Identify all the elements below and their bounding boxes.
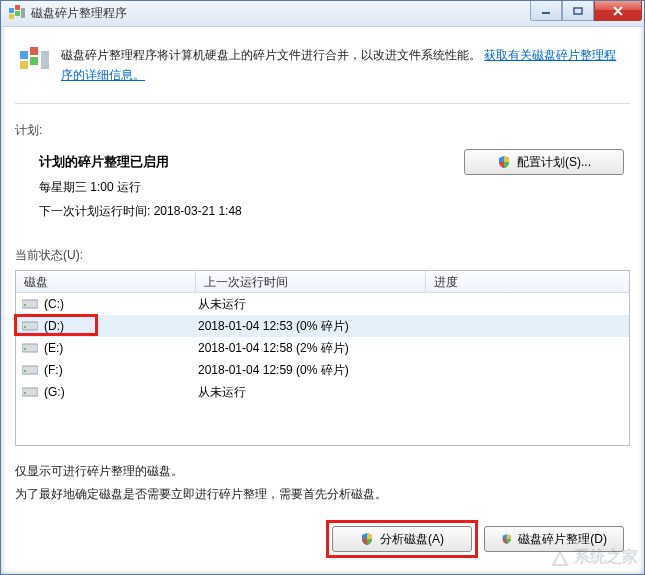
cell-disk: (D:)	[16, 319, 196, 333]
drive-label: (F:)	[44, 363, 63, 377]
svg-rect-17	[24, 348, 26, 350]
configure-button-label: 配置计划(S)...	[517, 154, 591, 171]
drive-label: (D:)	[44, 319, 64, 333]
table-row[interactable]: (C:)从未运行	[16, 293, 629, 315]
header-disk[interactable]: 磁盘	[16, 271, 196, 292]
shield-icon	[501, 532, 512, 546]
plan-lines: 计划的碎片整理已启用 每星期三 1:00 运行 下一次计划运行时间: 2018-…	[39, 149, 242, 223]
table-row[interactable]: (F:)2018-01-04 12:59 (0% 碎片)	[16, 359, 629, 381]
shield-icon	[497, 155, 511, 169]
schedule-section-label: 计划:	[15, 104, 630, 139]
drive-icon	[22, 386, 38, 398]
drive-label: (G:)	[44, 385, 65, 399]
intro-text-static: 磁盘碎片整理程序将计算机硬盘上的碎片文件进行合并，以改进文件系统性能。	[61, 48, 481, 62]
svg-rect-10	[20, 61, 28, 69]
svg-rect-5	[542, 12, 550, 14]
svg-rect-2	[15, 11, 20, 16]
cell-last-run: 2018-01-04 12:58 (2% 碎片)	[196, 340, 426, 357]
svg-rect-6	[574, 8, 582, 14]
drive-icon	[22, 342, 38, 354]
cell-disk: (G:)	[16, 385, 196, 399]
cell-disk: (C:)	[16, 297, 196, 311]
defrag-button-label: 磁盘碎片整理(D)	[518, 531, 607, 548]
table-body: (C:)从未运行(D:)2018-01-04 12:53 (0% 碎片)(E:)…	[16, 293, 629, 403]
svg-rect-0	[9, 8, 14, 13]
footnote-line2: 为了最好地确定磁盘是否需要立即进行碎片整理，需要首先分析磁盘。	[15, 483, 630, 506]
table-header: 磁盘 上一次运行时间 进度	[16, 271, 629, 293]
footnote-line1: 仅显示可进行碎片整理的磁盘。	[15, 460, 630, 483]
defragmenter-icon	[9, 5, 25, 21]
disk-table: 磁盘 上一次运行时间 进度 (C:)从未运行(D:)2018-01-04 12:…	[15, 270, 630, 446]
svg-rect-3	[9, 14, 14, 19]
table-row[interactable]: (G:)从未运行	[16, 381, 629, 403]
svg-rect-13	[24, 304, 26, 306]
header-progress[interactable]: 进度	[426, 271, 629, 292]
drive-icon	[22, 298, 38, 310]
svg-rect-7	[20, 51, 28, 59]
intro-block: 磁盘碎片整理程序将计算机硬盘上的碎片文件进行合并，以改进文件系统性能。 获取有关…	[15, 37, 630, 105]
plan-next-run-line: 下一次计划运行时间: 2018-03-21 1:48	[39, 199, 242, 223]
drive-icon	[22, 364, 38, 376]
status-section-label: 当前状态(U):	[15, 245, 630, 270]
svg-rect-19	[24, 370, 26, 372]
plan-schedule-line: 每星期三 1:00 运行	[39, 175, 242, 199]
plan-block: 计划的碎片整理已启用 每星期三 1:00 运行 下一次计划运行时间: 2018-…	[15, 139, 630, 245]
svg-rect-4	[21, 8, 25, 18]
svg-rect-8	[30, 47, 38, 55]
plan-title: 计划的碎片整理已启用	[39, 149, 242, 175]
defragmenter-window: 磁盘碎片整理程序 磁盘碎片整理程序将计算机硬盘上的碎片文件进行	[0, 0, 645, 575]
cell-last-run: 从未运行	[196, 384, 426, 401]
window-title: 磁盘碎片整理程序	[31, 5, 127, 22]
drive-label: (C:)	[44, 297, 64, 311]
cell-last-run: 2018-01-04 12:59 (0% 碎片)	[196, 362, 426, 379]
footnote-block: 仅显示可进行碎片整理的磁盘。 为了最好地确定磁盘是否需要立即进行碎片整理，需要首…	[15, 446, 630, 506]
cell-last-run: 从未运行	[196, 296, 426, 313]
cell-disk: (F:)	[16, 363, 196, 377]
analyze-button-label: 分析磁盘(A)	[380, 531, 444, 548]
svg-rect-11	[41, 51, 49, 69]
maximize-button[interactable]	[562, 1, 594, 21]
minimize-button[interactable]	[530, 1, 562, 21]
drive-icon	[22, 320, 38, 332]
intro-text: 磁盘碎片整理程序将计算机硬盘上的碎片文件进行合并，以改进文件系统性能。 获取有关…	[61, 45, 626, 86]
titlebar: 磁盘碎片整理程序	[1, 1, 644, 27]
svg-rect-9	[30, 57, 38, 65]
close-button[interactable]	[594, 1, 642, 21]
svg-rect-1	[15, 5, 20, 10]
analyze-disk-button[interactable]: 分析磁盘(A)	[332, 526, 472, 552]
svg-rect-15	[24, 326, 26, 328]
table-row[interactable]: (D:)2018-01-04 12:53 (0% 碎片)	[16, 315, 629, 337]
action-row: 分析磁盘(A) 磁盘碎片整理(D)	[15, 506, 630, 560]
shield-icon	[360, 532, 374, 546]
client-area: 磁盘碎片整理程序将计算机硬盘上的碎片文件进行合并，以改进文件系统性能。 获取有关…	[1, 27, 644, 574]
configure-schedule-button[interactable]: 配置计划(S)...	[464, 149, 624, 175]
svg-rect-21	[24, 392, 26, 394]
header-last-run[interactable]: 上一次运行时间	[196, 271, 426, 292]
window-controls	[530, 1, 642, 21]
drive-label: (E:)	[44, 341, 63, 355]
defragment-disk-button[interactable]: 磁盘碎片整理(D)	[484, 526, 624, 552]
cell-disk: (E:)	[16, 341, 196, 355]
cell-last-run: 2018-01-04 12:53 (0% 碎片)	[196, 318, 426, 335]
table-row[interactable]: (E:)2018-01-04 12:58 (2% 碎片)	[16, 337, 629, 359]
defragmenter-large-icon	[19, 45, 51, 77]
